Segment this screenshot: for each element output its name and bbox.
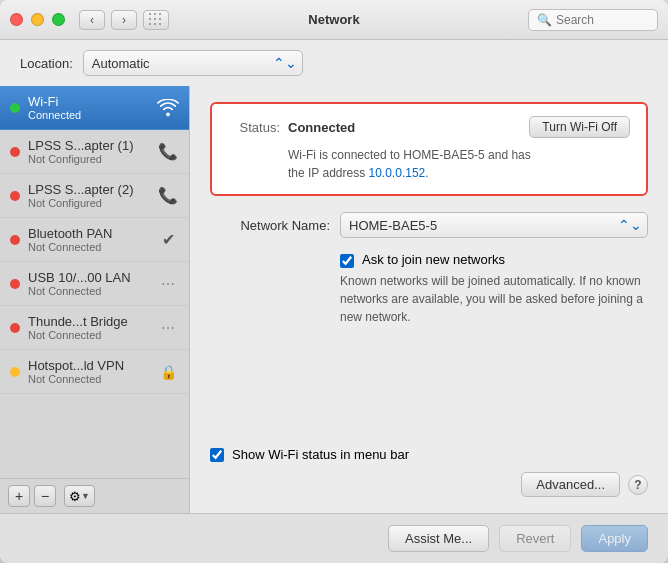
close-button[interactable]: [10, 13, 23, 26]
sidebar-hotspot-status: Not Connected: [28, 373, 157, 385]
status-box: Status: Connected Turn Wi-Fi Off Wi-Fi i…: [210, 102, 648, 196]
network-name-row: Network Name: HOME-BAE5-5 ⌃⌄: [210, 212, 648, 238]
sidebar-controls: + − ⚙ ▼: [0, 478, 189, 513]
gear-button[interactable]: ⚙ ▼: [64, 485, 95, 507]
status-description: Wi-Fi is connected to HOME-BAE5-5 and ha…: [228, 146, 630, 182]
search-box[interactable]: 🔍: [528, 9, 658, 31]
ask-join-section: Ask to join new networks Known networks …: [210, 252, 648, 326]
wifi-icon: [157, 97, 179, 119]
sidebar-usb-status: Not Connected: [28, 285, 157, 297]
sidebar-thunderbolt-name: Thunde...t Bridge: [28, 314, 157, 329]
ask-join-row: Ask to join new networks: [340, 252, 648, 268]
sidebar: Wi-Fi Connected LPSS S...apter (1): [0, 86, 190, 513]
status-dot-usb: [10, 279, 20, 289]
sidebar-lpss1-status: Not Configured: [28, 153, 157, 165]
apply-button[interactable]: Apply: [581, 525, 648, 552]
back-button[interactable]: ‹: [79, 10, 105, 30]
status-dot-lpss1: [10, 147, 20, 157]
ask-join-checkbox[interactable]: [340, 254, 354, 268]
forward-button[interactable]: ›: [111, 10, 137, 30]
sidebar-lpss2-name: LPSS S...apter (2): [28, 182, 157, 197]
location-select-wrapper: Automatic Edit Locations... ⌃⌄: [83, 50, 303, 76]
show-status-checkbox[interactable]: [210, 448, 224, 462]
network-name-select[interactable]: HOME-BAE5-5: [340, 212, 648, 238]
footer: Assist Me... Revert Apply: [0, 513, 668, 563]
sidebar-bluetooth-name: Bluetooth PAN: [28, 226, 157, 241]
status-dot-hotspot: [10, 367, 20, 377]
sidebar-item-lpss1[interactable]: LPSS S...apter (1) Not Configured 📞: [0, 130, 189, 174]
network-name-label: Network Name:: [210, 218, 330, 233]
show-status-label: Show Wi-Fi status in menu bar: [232, 447, 409, 462]
network-select-wrapper: HOME-BAE5-5 ⌃⌄: [340, 212, 648, 238]
add-button[interactable]: +: [8, 485, 30, 507]
remove-button[interactable]: −: [34, 485, 56, 507]
gear-dropdown-arrow: ▼: [81, 491, 90, 501]
main-content: Wi-Fi Connected LPSS S...apter (1): [0, 86, 668, 513]
advanced-row: Advanced... ?: [210, 472, 648, 497]
nav-buttons: ‹ ›: [79, 10, 137, 30]
sidebar-lpss1-name: LPSS S...apter (1): [28, 138, 157, 153]
minimize-button[interactable]: [31, 13, 44, 26]
gear-icon: ⚙: [69, 489, 81, 504]
sidebar-thunderbolt-status: Not Connected: [28, 329, 157, 341]
bridge-icon: ⋯: [157, 317, 179, 339]
ethernet-icon: ⋯: [157, 273, 179, 295]
sidebar-usb-name: USB 10/...00 LAN: [28, 270, 157, 285]
sidebar-item-usb[interactable]: USB 10/...00 LAN Not Connected ⋯: [0, 262, 189, 306]
status-dot-lpss2: [10, 191, 20, 201]
location-select[interactable]: Automatic Edit Locations...: [83, 50, 303, 76]
sidebar-item-hotspot[interactable]: Hotspot...ld VPN Not Connected 🔒: [0, 350, 189, 394]
main-window: ‹ › Network 🔍 Location: Automatic Edit L…: [0, 0, 668, 563]
sidebar-wifi-status: Connected: [28, 109, 157, 121]
assist-me-button[interactable]: Assist Me...: [388, 525, 489, 552]
location-label: Location:: [20, 56, 73, 71]
ask-join-label: Ask to join new networks: [362, 252, 505, 267]
maximize-button[interactable]: [52, 13, 65, 26]
sidebar-lpss2-status: Not Configured: [28, 197, 157, 209]
phone2-icon: 📞: [157, 185, 179, 207]
turn-wifi-off-button[interactable]: Turn Wi-Fi Off: [529, 116, 630, 138]
status-dot-bluetooth: [10, 235, 20, 245]
search-input[interactable]: [556, 13, 649, 27]
bottom-section: Show Wi-Fi status in menu bar Advanced..…: [210, 436, 648, 497]
sidebar-hotspot-name: Hotspot...ld VPN: [28, 358, 157, 373]
grid-button[interactable]: [143, 10, 169, 30]
show-status-row: Show Wi-Fi status in menu bar: [210, 446, 648, 462]
sidebar-bluetooth-status: Not Connected: [28, 241, 157, 253]
right-panel: Status: Connected Turn Wi-Fi Off Wi-Fi i…: [190, 86, 668, 513]
traffic-lights: [10, 13, 65, 26]
sidebar-item-thunderbolt[interactable]: Thunde...t Bridge Not Connected ⋯: [0, 306, 189, 350]
phone-icon: 📞: [157, 141, 179, 163]
status-row: Status: Connected Turn Wi-Fi Off: [228, 116, 630, 138]
search-icon: 🔍: [537, 13, 552, 27]
bluetooth-icon: ✔: [157, 229, 179, 251]
lock-icon: 🔒: [157, 361, 179, 383]
sidebar-item-lpss2[interactable]: LPSS S...apter (2) Not Configured 📞: [0, 174, 189, 218]
status-value: Connected: [288, 120, 529, 135]
status-label: Status:: [228, 120, 280, 135]
titlebar: ‹ › Network 🔍: [0, 0, 668, 40]
advanced-button[interactable]: Advanced...: [521, 472, 620, 497]
status-dot-wifi: [10, 103, 20, 113]
window-title: Network: [308, 12, 359, 27]
status-desc-end: .: [425, 166, 428, 180]
sidebar-item-bluetooth[interactable]: Bluetooth PAN Not Connected ✔: [0, 218, 189, 262]
location-bar: Location: Automatic Edit Locations... ⌃⌄: [0, 40, 668, 86]
sidebar-wifi-name: Wi-Fi: [28, 94, 157, 109]
status-dot-thunderbolt: [10, 323, 20, 333]
status-desc-text2: the IP address: [288, 166, 365, 180]
ip-address-link[interactable]: 10.0.0.152: [369, 166, 426, 180]
sidebar-item-wifi[interactable]: Wi-Fi Connected: [0, 86, 189, 130]
status-desc-text1: Wi-Fi is connected to HOME-BAE5-5 and ha…: [288, 148, 531, 162]
ask-join-description: Known networks will be joined automatica…: [340, 272, 648, 326]
revert-button[interactable]: Revert: [499, 525, 571, 552]
help-button[interactable]: ?: [628, 475, 648, 495]
